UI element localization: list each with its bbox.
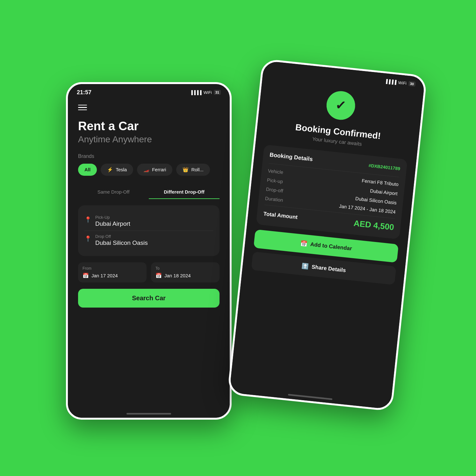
dropoff-value: Dubai Silicon Oasis — [95, 239, 148, 246]
from-date-text: Jan 17 2024 — [91, 273, 118, 278]
pickup-info-label: Pick-up — [267, 177, 292, 185]
wifi-icon: WiFi — [204, 90, 212, 95]
tesla-emoji: ⚡ — [107, 167, 113, 173]
location-form-card: 📍 Pick-Up Dubai Airport 📍 Drop Off Dubai… — [78, 205, 220, 256]
brand-all-label: All — [84, 167, 90, 172]
to-calendar-icon: 📅 — [155, 273, 162, 279]
dropoff-info-value: Dubai Silicon Oasis — [355, 195, 397, 205]
rolls-label: Roll... — [191, 167, 203, 172]
vehicle-value: Ferrari F8 Tributo — [362, 178, 399, 187]
tabs-row: Same Drop-Off Different Drop-Off — [78, 185, 220, 199]
duration-label: Duration — [265, 195, 291, 203]
booking-card: Booking Details #DXB24011789 Vehicle Fer… — [256, 144, 407, 239]
status-icons-left: ▐▐▐▐ WiFi 31 — [190, 90, 221, 95]
from-date-field[interactable]: From 📅 Jan 17 2024 — [78, 262, 147, 282]
dropoff-row: 📍 Drop Off Dubai Silicon Oasis — [84, 231, 213, 250]
vehicle-values: Ferrari F8 Tributo — [362, 178, 399, 187]
booking-details-title: Booking Details — [269, 151, 313, 162]
confirm-circle: ✓ — [325, 89, 357, 121]
booking-id: #DXB24011789 — [368, 162, 400, 171]
rolls-emoji: 👑 — [183, 167, 189, 173]
phones-container: 21:57 ▐▐▐▐ WiFi 31 Rent a Car Anytime An… — [0, 0, 476, 476]
to-date-text: Jan 18 2024 — [164, 273, 191, 278]
signal-icon-right: ▐▐▐▐ — [385, 78, 397, 84]
status-icons-right: ▐▐▐▐ WiFi 30 — [385, 78, 416, 87]
dates-row: From 📅 Jan 17 2024 To 📅 Jan 18 2024 — [78, 262, 220, 282]
menu-line-2 — [78, 107, 87, 108]
brand-ferrari[interactable]: 🏎️ Ferrari — [137, 164, 172, 176]
brands-label: Brands — [78, 153, 220, 159]
ferrari-label: Ferrari — [152, 167, 166, 172]
pickup-label: Pick-Up — [95, 215, 130, 220]
pickup-info-value: Dubai Airport — [370, 188, 398, 196]
duration-value: Jan 17 2024 - Jan 18 2024 — [339, 203, 396, 215]
total-label: Total Amount — [263, 210, 298, 220]
booking-card-header: Booking Details #DXB24011789 — [269, 151, 400, 172]
time-left: 21:57 — [77, 89, 91, 96]
to-date-value: 📅 Jan 18 2024 — [155, 273, 215, 279]
brand-all[interactable]: All — [78, 164, 97, 176]
share-icon: ⬆️ — [301, 262, 309, 270]
pickup-info-values: Dubai Airport — [370, 188, 398, 196]
total-amount: AED 4,500 — [353, 218, 395, 232]
confirm-title: Booking Confirmed! — [295, 122, 381, 141]
right-phone: ▐▐▐▐ WiFi 30 ✓ Booking Confirmed! Your l… — [227, 58, 427, 411]
menu-line-3 — [78, 110, 87, 110]
dropoff-label: Drop Off — [95, 234, 148, 239]
left-content: Rent a Car Anytime Anywhere Brands All ⚡… — [68, 98, 230, 410]
right-content: ✓ Booking Confirmed! Your luxury car awa… — [230, 73, 424, 401]
pickup-pin-icon: 📍 — [84, 216, 91, 223]
battery-right: 30 — [408, 81, 416, 87]
pickup-value: Dubai Airport — [95, 220, 130, 227]
brand-tesla[interactable]: ⚡ Tesla — [101, 164, 133, 176]
share-label: Share Details — [311, 264, 346, 274]
dropoff-text-group: Drop Off Dubai Silicon Oasis — [95, 234, 148, 246]
tesla-label: Tesla — [116, 167, 127, 172]
duration-values: Jan 17 2024 - Jan 18 2024 — [339, 203, 396, 215]
menu-icon[interactable] — [78, 105, 220, 110]
tab-same-dropoff[interactable]: Same Drop-Off — [78, 185, 149, 199]
from-date-value: 📅 Jan 17 2024 — [83, 273, 142, 279]
pickup-text-group: Pick-Up Dubai Airport — [95, 215, 130, 227]
app-subtitle: Anytime Anywhere — [78, 134, 220, 145]
calendar-action-icon: 📅 — [300, 240, 307, 247]
brands-row: All ⚡ Tesla 🏎️ Ferrari 👑 Roll... — [78, 164, 220, 176]
add-calendar-label: Add to Calendar — [310, 241, 352, 252]
left-phone: 21:57 ▐▐▐▐ WiFi 31 Rent a Car Anytime An… — [66, 82, 232, 420]
vehicle-label: Vehicle — [268, 168, 293, 176]
dropoff-info-label: Drop-off — [266, 186, 292, 194]
pickup-row: 📍 Pick-Up Dubai Airport — [84, 212, 213, 231]
signal-icon: ▐▐▐▐ — [190, 90, 202, 95]
left-screen: 21:57 ▐▐▐▐ WiFi 31 Rent a Car Anytime An… — [68, 84, 230, 418]
from-label: From — [83, 266, 142, 271]
ferrari-emoji: 🏎️ — [143, 167, 149, 173]
status-bar-left: 21:57 ▐▐▐▐ WiFi 31 — [68, 84, 230, 98]
search-car-button[interactable]: Search Car — [78, 289, 220, 308]
dropoff-info-values: Dubai Silicon Oasis — [355, 195, 397, 205]
to-label: To — [155, 266, 215, 271]
brand-rolls[interactable]: 👑 Roll... — [176, 164, 210, 176]
from-calendar-icon: 📅 — [83, 273, 89, 279]
dropoff-pin-icon: 📍 — [84, 235, 91, 242]
wifi-icon-right: WiFi — [398, 80, 407, 86]
app-title: Rent a Car — [78, 120, 220, 133]
home-indicator-left — [126, 413, 171, 415]
battery-left: 31 — [214, 90, 221, 95]
checkmark-icon: ✓ — [335, 98, 347, 112]
right-screen: ▐▐▐▐ WiFi 30 ✓ Booking Confirmed! Your l… — [229, 60, 425, 409]
to-date-field[interactable]: To 📅 Jan 18 2024 — [151, 262, 220, 282]
tab-different-dropoff[interactable]: Different Drop-Off — [149, 185, 220, 199]
menu-line-1 — [78, 105, 87, 106]
